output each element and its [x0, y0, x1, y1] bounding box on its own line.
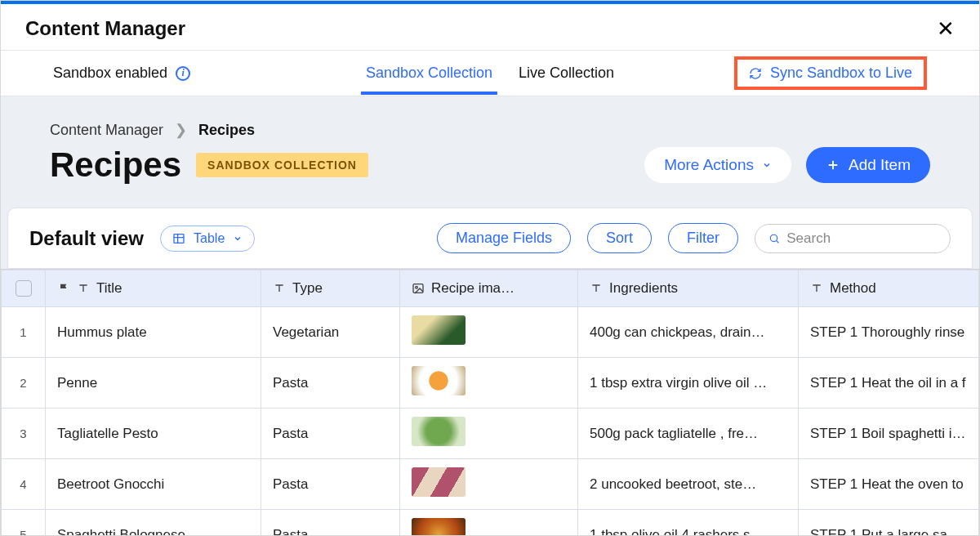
close-icon[interactable]: ✕ [937, 18, 955, 39]
cell-title[interactable]: Penne [46, 358, 261, 409]
flag-icon [57, 282, 70, 295]
cell-image[interactable] [400, 510, 578, 537]
thumbnail-image[interactable] [412, 518, 466, 536]
view-toolbar: Default view Table Manage Fields Sort Fi… [7, 208, 973, 269]
cell-type[interactable]: Vegetarian [261, 307, 400, 358]
table-header-row: Title Type Recipe ima… Ingredients Metho… [2, 270, 979, 307]
column-method-label: Method [830, 280, 876, 297]
cell-title[interactable]: Spaghetti Bolognese [46, 510, 261, 537]
cell-ingredients[interactable]: 2 uncooked beetroot, ste… [578, 459, 799, 510]
title-row: Recipes SANDBOX COLLECTION More Actions … [50, 145, 930, 185]
sync-sandbox-button[interactable]: Sync Sandbox to Live [749, 65, 912, 82]
info-icon[interactable]: i [176, 66, 190, 81]
column-ingredients[interactable]: Ingredients [578, 270, 799, 307]
add-item-label: Add Item [849, 156, 911, 174]
chevron-right-icon: ❯ [175, 121, 187, 139]
text-icon [77, 282, 90, 295]
image-icon [412, 282, 425, 295]
cell-ingredients[interactable]: 1 tbsp extra virgin olive oil … [578, 358, 799, 409]
thumbnail-image[interactable] [412, 315, 466, 345]
data-table: Title Type Recipe ima… Ingredients Metho… [1, 269, 979, 536]
row-number: 3 [2, 409, 46, 459]
cell-title[interactable]: Tagliatelle Pesto [46, 409, 261, 459]
cell-type[interactable]: Pasta [261, 409, 400, 459]
search-input[interactable] [786, 230, 937, 247]
search-icon [768, 232, 780, 245]
cell-image[interactable] [400, 358, 578, 409]
table-row[interactable]: 2PennePasta1 tbsp extra virgin olive oil… [2, 358, 979, 409]
filter-button[interactable]: Filter [668, 223, 738, 253]
svg-point-3 [416, 286, 418, 288]
cell-type[interactable]: Pasta [261, 459, 400, 510]
breadcrumb: Content Manager ❯ Recipes [50, 121, 930, 139]
sandbox-badge: SANDBOX COLLECTION [196, 153, 368, 177]
chevron-down-icon [762, 160, 772, 170]
more-actions-label: More Actions [664, 156, 754, 174]
row-number: 1 [2, 307, 46, 358]
cell-title[interactable]: Beetroot Gnocchi [46, 459, 261, 510]
search-box[interactable] [755, 224, 951, 253]
column-type[interactable]: Type [261, 270, 400, 307]
cell-type[interactable]: Pasta [261, 510, 400, 537]
breadcrumb-current: Recipes [198, 122, 255, 139]
more-actions-button[interactable]: More Actions [644, 147, 791, 183]
cell-ingredients[interactable]: 1 tbsp olive oil 4 rashers s… [578, 510, 799, 537]
cell-method[interactable]: STEP 1 Thoroughly rinse [799, 307, 979, 358]
manage-fields-button[interactable]: Manage Fields [437, 223, 571, 253]
header: Content Manager ✕ [1, 4, 979, 51]
table-row[interactable]: 4Beetroot GnocchiPasta2 uncooked beetroo… [2, 459, 979, 510]
table-icon [172, 232, 185, 245]
svg-rect-2 [413, 284, 423, 293]
thumbnail-image[interactable] [412, 467, 466, 497]
sandbox-status-label: Sandbox enabled [53, 65, 167, 82]
cell-image[interactable] [400, 459, 578, 510]
tab-sandbox-collection[interactable]: Sandbox Collection [366, 53, 492, 93]
select-all-header[interactable] [2, 270, 46, 307]
cell-method[interactable]: STEP 1 Put a large sauce [799, 510, 979, 537]
svg-rect-0 [174, 234, 184, 243]
cell-method[interactable]: STEP 1 Heat the oil in a f [799, 358, 979, 409]
view-title: Default view [29, 227, 144, 250]
tabs: Sandbox Collection Live Collection [366, 51, 614, 96]
column-type-label: Type [292, 280, 323, 297]
column-ingredients-label: Ingredients [609, 280, 678, 297]
sync-highlight: Sync Sandbox to Live [734, 56, 927, 90]
column-title[interactable]: Title [46, 270, 261, 307]
cell-title[interactable]: Hummus plate [46, 307, 261, 358]
row-number: 2 [2, 358, 46, 409]
table-row[interactable]: 5Spaghetti BolognesePasta1 tbsp olive oi… [2, 510, 979, 537]
tab-live-collection[interactable]: Live Collection [519, 53, 614, 93]
table-row[interactable]: 1Hummus plateVegetarian400g can chickpea… [2, 307, 979, 358]
sync-icon [749, 67, 762, 80]
text-icon [273, 282, 286, 295]
column-method[interactable]: Method [799, 270, 979, 307]
cell-type[interactable]: Pasta [261, 358, 400, 409]
table-row[interactable]: 3Tagliatelle PestoPasta500g pack tagliat… [2, 409, 979, 459]
thumbnail-image[interactable] [412, 366, 466, 395]
tabs-bar: Sandbox enabled i Sandbox Collection Liv… [1, 51, 979, 96]
plus-icon [826, 158, 840, 172]
column-image[interactable]: Recipe ima… [400, 270, 578, 307]
text-icon [590, 282, 603, 295]
page-area: Content Manager ❯ Recipes Recipes SANDBO… [1, 96, 979, 269]
cell-ingredients[interactable]: 500g pack tagliatelle , fre… [578, 409, 799, 459]
thumbnail-image[interactable] [412, 417, 466, 446]
page-title: Recipes [50, 145, 181, 185]
column-image-label: Recipe ima… [431, 280, 514, 297]
cell-image[interactable] [400, 307, 578, 358]
text-icon [810, 282, 823, 295]
checkbox-icon[interactable] [16, 280, 32, 297]
cell-method[interactable]: STEP 1 Heat the oven to [799, 459, 979, 510]
cell-method[interactable]: STEP 1 Boil spaghetti in a [799, 409, 979, 459]
breadcrumb-parent[interactable]: Content Manager [50, 122, 163, 139]
add-item-button[interactable]: Add Item [806, 147, 930, 183]
view-selector-label: Table [194, 231, 225, 246]
cell-ingredients[interactable]: 400g can chickpeas, drain… [578, 307, 799, 358]
cell-image[interactable] [400, 409, 578, 459]
svg-point-1 [770, 234, 777, 241]
sort-button[interactable]: Sort [587, 223, 652, 253]
view-selector[interactable]: Table [160, 226, 255, 252]
row-number: 4 [2, 459, 46, 510]
header-title: Content Manager [25, 17, 185, 40]
sync-label: Sync Sandbox to Live [770, 65, 912, 82]
